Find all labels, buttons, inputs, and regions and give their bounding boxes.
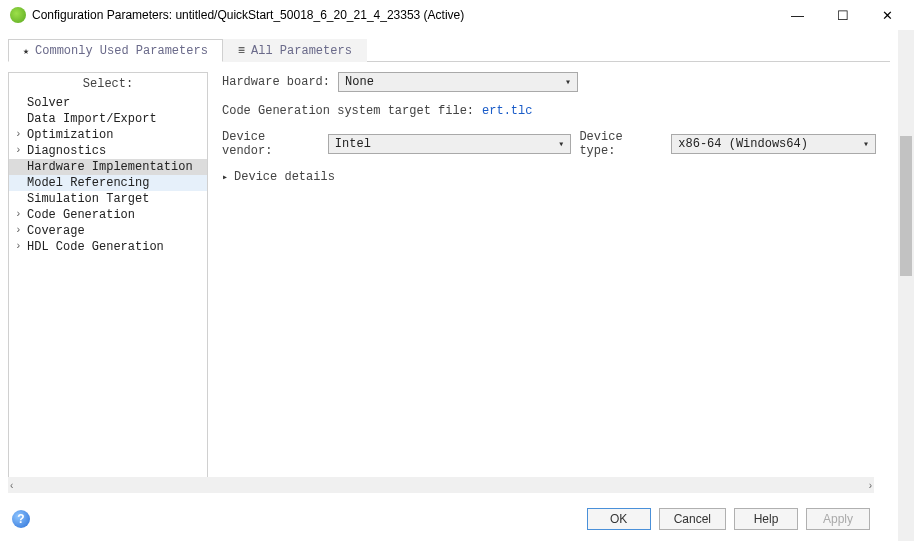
content: Commonly Used Parameters All Parameters … (0, 30, 898, 541)
ok-button[interactable]: OK (587, 508, 651, 530)
tab-commonly-used[interactable]: Commonly Used Parameters (8, 39, 223, 62)
sidebar-item-coverage[interactable]: Coverage (9, 223, 207, 239)
device-type-label: Device type: (579, 130, 663, 158)
maximize-button[interactable]: ☐ (820, 0, 865, 30)
scroll-right-icon[interactable]: › (869, 480, 872, 491)
device-vendor-value: Intel (335, 137, 371, 151)
sidebar-item-hdl-code-generation[interactable]: HDL Code Generation (9, 239, 207, 255)
minimize-button[interactable]: — (775, 0, 820, 30)
footer: ? OK Cancel Help Apply (0, 497, 882, 541)
sidebar-item-solver[interactable]: Solver (9, 95, 207, 111)
hardware-board-dropdown[interactable]: None (338, 72, 578, 92)
main-pane: Hardware board: None Code Generation sys… (208, 72, 890, 482)
titlebar: Configuration Parameters: untitled/Quick… (0, 0, 914, 30)
help-button[interactable]: Help (734, 508, 798, 530)
scrollbar-thumb[interactable] (900, 136, 912, 276)
tab-all-parameters[interactable]: All Parameters (223, 39, 367, 62)
row-codegen-target: Code Generation system target file: ert.… (222, 104, 876, 118)
sidebar-item-simulation-target[interactable]: Simulation Target (9, 191, 207, 207)
horizontal-scrollbar[interactable]: ‹ › (8, 477, 874, 493)
list-icon (238, 44, 245, 58)
device-details-label: Device details (234, 170, 335, 184)
tab-label: Commonly Used Parameters (35, 44, 208, 58)
row-device: Device vendor: Intel Device type: x86-64… (222, 130, 876, 158)
tab-bar: Commonly Used Parameters All Parameters (8, 38, 890, 62)
sidebar: Select: Solver Data Import/Export Optimi… (8, 72, 208, 482)
cancel-button[interactable]: Cancel (659, 508, 726, 530)
sidebar-item-optimization[interactable]: Optimization (9, 127, 207, 143)
body: Select: Solver Data Import/Export Optimi… (8, 62, 890, 482)
device-details-toggle[interactable]: Device details (222, 170, 876, 184)
sidebar-title: Select: (9, 73, 207, 95)
tab-label: All Parameters (251, 44, 352, 58)
sidebar-item-hardware-implementation[interactable]: Hardware Implementation (9, 159, 207, 175)
device-type-value: x86-64 (Windows64) (678, 137, 808, 151)
vertical-scrollbar[interactable] (898, 30, 914, 541)
sidebar-item-data-import-export[interactable]: Data Import/Export (9, 111, 207, 127)
sidebar-item-model-referencing[interactable]: Model Referencing (9, 175, 207, 191)
scroll-left-icon[interactable]: ‹ (10, 480, 13, 491)
sidebar-item-diagnostics[interactable]: Diagnostics (9, 143, 207, 159)
device-type-dropdown[interactable]: x86-64 (Windows64) (671, 134, 876, 154)
close-button[interactable]: ✕ (865, 0, 910, 30)
hardware-board-label: Hardware board: (222, 75, 330, 89)
hardware-board-value: None (345, 75, 374, 89)
codegen-target-label: Code Generation system target file: (222, 104, 474, 118)
help-icon[interactable]: ? (12, 510, 30, 528)
row-hardware-board: Hardware board: None (222, 72, 876, 92)
sidebar-item-code-generation[interactable]: Code Generation (9, 207, 207, 223)
window-controls: — ☐ ✕ (775, 0, 910, 30)
apply-button[interactable]: Apply (806, 508, 870, 530)
device-vendor-dropdown[interactable]: Intel (328, 134, 572, 154)
window-title: Configuration Parameters: untitled/Quick… (32, 8, 775, 22)
star-icon (23, 44, 29, 58)
device-vendor-label: Device vendor: (222, 130, 320, 158)
app-icon (10, 7, 26, 23)
codegen-target-link[interactable]: ert.tlc (482, 104, 532, 118)
